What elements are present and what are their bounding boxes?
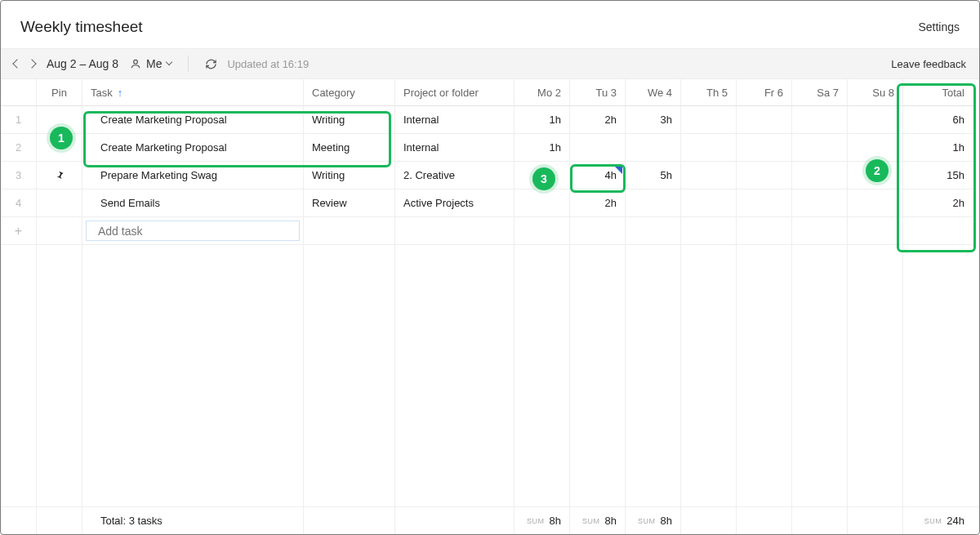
next-week-button[interactable] <box>27 59 36 68</box>
hours-cell[interactable] <box>570 134 626 162</box>
hours-cell[interactable] <box>514 189 570 217</box>
col-day-sa[interactable]: Sa 7 <box>792 79 848 106</box>
footer-total-tasks: Total: 3 tasks <box>82 507 304 534</box>
col-day-mo[interactable]: Mo 2 <box>514 79 570 106</box>
col-pin[interactable]: Pin <box>37 79 82 106</box>
day-sum: 8h <box>550 515 561 527</box>
sum-label: SUM <box>638 517 656 525</box>
pin-cell[interactable] <box>37 162 82 189</box>
grand-total: 24h <box>947 515 964 527</box>
hours-cell[interactable]: 5h <box>626 162 681 189</box>
hours-cell[interactable] <box>848 106 903 134</box>
col-day-th[interactable]: Th 5 <box>681 79 737 106</box>
table-row: 3 Prepare Marketing Swag Writing 2. Crea… <box>1 162 979 189</box>
add-task-row: + <box>1 217 979 245</box>
settings-link[interactable]: Settings <box>918 20 960 33</box>
page-title: Weekly timesheet <box>20 18 143 36</box>
hours-cell[interactable] <box>681 162 737 189</box>
hours-cell[interactable] <box>681 106 737 134</box>
total-cell: 15h <box>903 162 976 189</box>
date-range[interactable]: Aug 2 – Aug 8 <box>47 57 118 70</box>
col-day-tu[interactable]: Tu 3 <box>570 79 626 106</box>
hours-cell[interactable]: 3h <box>626 106 681 134</box>
sum-label: SUM <box>924 517 942 525</box>
category-cell[interactable]: Review <box>304 189 395 217</box>
total-cell: 6h <box>903 106 976 134</box>
task-cell[interactable]: Create Marketing Proposal <box>82 106 304 134</box>
cell-note-marker-icon <box>615 167 622 174</box>
pin-icon <box>54 170 65 181</box>
person-icon <box>130 58 141 69</box>
project-cell[interactable]: Active Projects <box>395 189 514 217</box>
hours-cell[interactable] <box>514 162 570 189</box>
day-sum: 8h <box>605 515 617 527</box>
person-label: Me <box>146 57 162 70</box>
category-cell[interactable]: Writing <box>304 162 395 189</box>
task-cell[interactable]: Create Marketing Proposal <box>82 134 304 162</box>
col-task-label: Task <box>91 87 113 99</box>
project-cell[interactable]: Internal <box>395 106 514 134</box>
updated-label: Updated at 16:19 <box>227 58 309 70</box>
hours-cell[interactable] <box>626 189 681 217</box>
task-cell[interactable]: Send Emails <box>82 189 304 217</box>
pin-cell[interactable] <box>37 134 82 162</box>
sort-asc-icon: ↑ <box>118 87 123 99</box>
col-day-su[interactable]: Su 8 <box>848 79 903 106</box>
chevron-down-icon <box>166 59 172 65</box>
col-day-we[interactable]: We 4 <box>626 79 681 106</box>
hours-cell[interactable] <box>848 162 903 189</box>
hours-cell[interactable] <box>848 189 903 217</box>
divider <box>188 56 189 72</box>
hours-cell[interactable] <box>737 162 792 189</box>
table-row: 4 Send Emails Review Active Projects 2h … <box>1 189 979 217</box>
table-footer: Total: 3 tasks SUM8h SUM8h SUM8h SUM24h <box>1 506 979 534</box>
col-category[interactable]: Category <box>304 79 395 106</box>
pin-cell[interactable] <box>37 189 82 217</box>
hours-cell[interactable] <box>737 189 792 217</box>
toolbar: Aug 2 – Aug 8 Me Updated at 16:19 Leave … <box>1 48 979 79</box>
total-cell: 2h <box>903 189 976 217</box>
table-row: 1 Create Marketing Proposal Writing Inte… <box>1 106 979 134</box>
sum-label: SUM <box>527 517 545 525</box>
refresh-icon[interactable] <box>205 58 217 70</box>
hours-cell[interactable] <box>792 134 848 162</box>
leave-feedback-link[interactable]: Leave feedback <box>891 58 966 70</box>
add-task-input[interactable] <box>86 221 300 241</box>
hours-cell[interactable]: 2h <box>570 189 626 217</box>
hours-cell[interactable] <box>737 134 792 162</box>
prev-week-button[interactable] <box>12 59 21 68</box>
project-cell[interactable]: 2. Creative <box>395 162 514 189</box>
col-total[interactable]: Total <box>903 79 976 106</box>
svg-point-0 <box>134 60 138 64</box>
hours-cell[interactable] <box>792 189 848 217</box>
day-sum: 8h <box>661 515 672 527</box>
table-row: 2 Create Marketing Proposal Meeting Inte… <box>1 134 979 162</box>
person-picker[interactable]: Me <box>130 57 172 70</box>
row-index: 1 <box>1 106 37 134</box>
table-header: Pin Task ↑ Category Project or folder Mo… <box>1 79 979 106</box>
plus-icon[interactable]: + <box>15 224 22 239</box>
hours-cell[interactable] <box>848 134 903 162</box>
category-cell[interactable]: Meeting <box>304 134 395 162</box>
hours-cell[interactable] <box>681 134 737 162</box>
hours-cell[interactable] <box>681 189 737 217</box>
row-index: 2 <box>1 134 37 162</box>
hours-cell[interactable]: 1h <box>514 106 570 134</box>
sum-label: SUM <box>582 517 600 525</box>
col-day-fr[interactable]: Fr 6 <box>737 79 792 106</box>
task-cell[interactable]: Prepare Marketing Swag <box>82 162 304 189</box>
pin-cell[interactable] <box>37 106 82 134</box>
hours-cell[interactable]: 1h <box>514 134 570 162</box>
total-cell: 1h <box>903 134 976 162</box>
hours-cell[interactable]: 2h <box>570 106 626 134</box>
hours-cell[interactable] <box>626 134 681 162</box>
row-index: 4 <box>1 189 37 217</box>
hours-cell[interactable] <box>737 106 792 134</box>
project-cell[interactable]: Internal <box>395 134 514 162</box>
hours-cell[interactable] <box>792 162 848 189</box>
hours-cell[interactable] <box>792 106 848 134</box>
col-task[interactable]: Task ↑ <box>82 79 304 106</box>
category-cell[interactable]: Writing <box>304 106 395 134</box>
col-project[interactable]: Project or folder <box>395 79 514 106</box>
row-index: 3 <box>1 162 37 189</box>
